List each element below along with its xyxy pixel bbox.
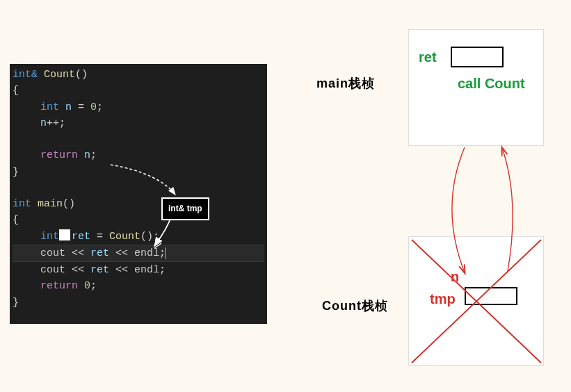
code-line4: n++; [13,115,264,131]
main-stack-frame-box: ret call Count [408,29,544,146]
code-line3: int n = 0; [13,99,264,115]
code-line14: return 0; [13,278,264,294]
code-line2: { [13,83,264,99]
tmp-annotation-box: int& tmp [161,197,209,220]
main-ret-label: ret [419,49,437,65]
code-line12-highlighted: cout << ret << endl; [13,245,264,262]
code-line7: } [13,164,264,180]
editor-cursor-box [59,229,70,240]
code-line8 [13,180,264,196]
code-line6: return n; [13,147,264,163]
code-line1: int& Count() [13,67,264,83]
code-line5 [13,131,264,147]
code-line11: intret = Count(); [13,229,264,245]
main-ret-slot [451,47,504,67]
code-line13: cout << ret << endl; [13,262,264,278]
code-editor-panel: int& Count() { int n = 0; n++; return n;… [10,64,267,324]
code-line10: { [13,212,264,228]
tmp-annotation-label: int& tmp [168,204,202,213]
count-stack-frame-box: n tmp [408,236,544,366]
main-frame-title: main栈桢 [316,75,375,92]
code-line15: } [13,295,264,311]
count-n-label: n [451,269,459,285]
count-frame-title: Count栈桢 [322,297,388,314]
count-var-slot [465,287,517,305]
count-tmp-label: tmp [430,291,456,307]
main-call-label: call Count [458,76,525,92]
code-line9: int main() [13,196,264,212]
